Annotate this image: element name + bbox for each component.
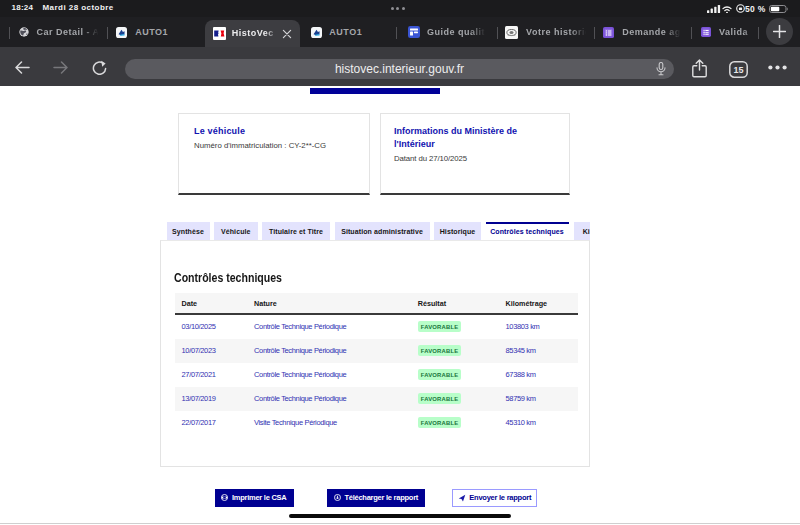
svg-text:50 %: 50 % bbox=[745, 4, 766, 14]
svg-text:15: 15 bbox=[733, 65, 743, 75]
